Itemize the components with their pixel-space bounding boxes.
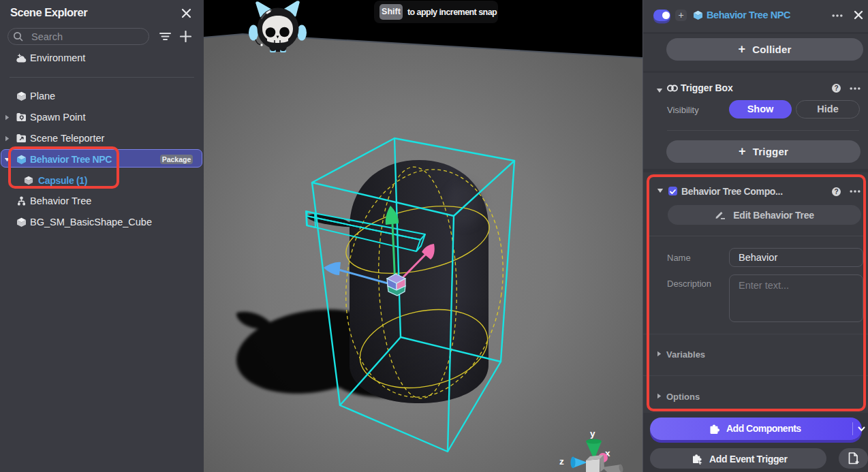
svg-text:z: z bbox=[559, 456, 564, 467]
svg-text:y: y bbox=[590, 428, 595, 439]
